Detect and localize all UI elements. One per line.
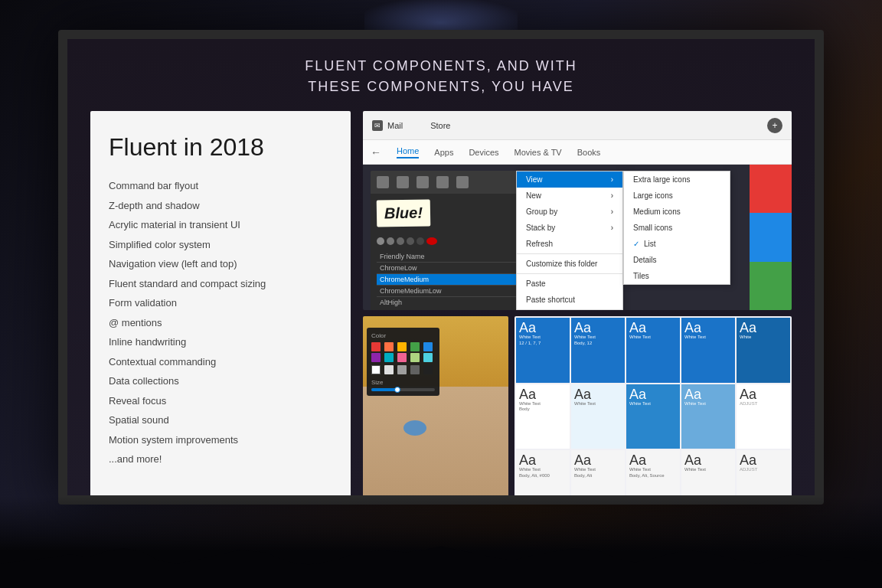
toolbar-icon-2[interactable] <box>397 176 409 188</box>
picker-red[interactable] <box>371 342 381 351</box>
size-slider-fill <box>371 388 397 391</box>
size-slider-thumb[interactable] <box>394 387 400 393</box>
feature-spatial-sound: Spatial sound <box>109 413 332 428</box>
right-panel: ✉ Mail Store + ← <box>363 111 792 495</box>
picker-orange[interactable] <box>384 342 394 351</box>
ctx-divider1 <box>517 253 622 254</box>
screenshots-top: ✉ Mail Store + ← <box>363 111 792 310</box>
feature-data-collections: Data collections <box>109 374 332 389</box>
color-picker-label: Color <box>371 332 435 339</box>
size-slider[interactable] <box>371 388 435 391</box>
ctx-groupby-item[interactable]: Group by› <box>517 204 622 220</box>
bg-color-strips <box>750 165 792 310</box>
toolbar-icon-3[interactable] <box>416 176 429 188</box>
ctx-sub-details[interactable]: Details <box>624 252 730 268</box>
ctx-customize-item[interactable]: Customize this folder <box>517 256 622 272</box>
slide-header: FLUENT COMPONENTS, AND WITH THESE COMPON… <box>67 39 815 97</box>
picker-teal[interactable] <box>423 353 433 362</box>
face-area <box>363 387 508 495</box>
context-menu-area: View › New› Group by› <box>516 171 746 310</box>
typo-card-13: Aa White TextBody, Alt, Source <box>626 450 680 495</box>
phone-screenshot: Color <box>363 316 508 495</box>
picker-amber[interactable] <box>397 342 407 351</box>
feature-acrylic: Acrylic material in transient UI <box>109 217 332 233</box>
ctx-sub-list[interactable]: ✓ List <box>624 236 730 252</box>
ctx-sub-extra-large[interactable]: Extra large icons <box>624 172 730 188</box>
feature-nav-view: Navigation view (left and top) <box>109 256 332 272</box>
ctx-refresh-item[interactable]: Refresh <box>517 236 622 252</box>
typo-card-14: Aa White Text <box>681 450 735 495</box>
feature-inline-handwriting: Inline handwriting <box>109 335 332 350</box>
left-panel: Fluent in 2018 Command bar flyout Z-dept… <box>90 111 351 495</box>
picker-black[interactable] <box>423 365 433 374</box>
back-button[interactable]: ← <box>371 146 381 158</box>
audience-silhouette <box>0 527 882 588</box>
mail-tab: Mail <box>387 121 403 130</box>
typo-card-11: Aa White TextBody, Alt, #000 <box>516 450 570 495</box>
ctx-sub-tiles[interactable]: Tiles <box>624 268 730 284</box>
ctx-sub-medium[interactable]: Medium icons <box>624 204 730 220</box>
ctx-stackby-item[interactable]: Stack by› <box>517 220 622 236</box>
typo-card-15: Aa ADJUST <box>737 450 790 495</box>
picker-white[interactable] <box>371 365 381 374</box>
toolbar-icon-5[interactable] <box>456 176 469 188</box>
dot-gray1 <box>377 237 384 245</box>
toolbar-icon-1[interactable] <box>377 176 389 188</box>
ctx-paste-item[interactable]: Paste <box>517 276 622 292</box>
picker-lime[interactable] <box>410 353 420 362</box>
typo-card-6: Aa White TextBody <box>516 384 570 449</box>
ctx-paste-shortcut-item[interactable]: Paste shortcut <box>517 292 622 308</box>
picker-pink[interactable] <box>397 353 407 362</box>
picker-cyan[interactable] <box>384 353 394 362</box>
header-line1: FLUENT COMPONENTS, AND WITH <box>67 56 815 77</box>
typo-card-8: Aa White Text <box>626 384 680 449</box>
feature-mentions: @ mentions <box>109 315 332 331</box>
add-tab-button[interactable]: + <box>767 118 782 133</box>
ctx-sub-large[interactable]: Large icons <box>624 188 730 204</box>
size-label: Size <box>371 379 435 386</box>
screen-wrapper: FLUENT COMPONENTS, AND WITH THESE COMPON… <box>46 38 836 496</box>
feature-contextual-commanding: Contextual commanding <box>109 354 332 370</box>
strip-red <box>750 165 792 213</box>
ctx-divider2 <box>517 273 622 274</box>
dot-gray2 <box>387 237 394 245</box>
typo-card-12: Aa White TextBody, Alt <box>571 450 625 495</box>
ctx-new-item[interactable]: New› <box>517 188 622 204</box>
toolbar-icon-4[interactable] <box>436 176 449 188</box>
typo-card-9: Aa White Text <box>681 384 735 449</box>
picker-dark-gray[interactable] <box>410 365 420 374</box>
typography-grid: Aa White Text12 / 1, 7, 7 Aa White TextB… <box>514 316 792 495</box>
feature-and-more: ...and more! <box>109 452 332 467</box>
mail-icon: ✉ <box>372 120 383 131</box>
nav-home[interactable]: Home <box>397 146 419 158</box>
context-submenu: Extra large icons Large icons Medium ico… <box>623 171 730 285</box>
strip-green <box>750 262 792 310</box>
ctx-sub-small[interactable]: Small icons <box>624 220 730 236</box>
picker-purple[interactable] <box>371 353 381 362</box>
nav-devices[interactable]: Devices <box>469 148 498 157</box>
feature-list: Command bar flyout Z-depth and shadow Ac… <box>109 178 332 467</box>
picker-green[interactable] <box>410 342 420 351</box>
ctx-view-item[interactable]: View › <box>517 172 622 188</box>
typo-card-4: Aa White Text <box>681 318 735 383</box>
picker-gray[interactable] <box>397 365 407 374</box>
strip-blue <box>750 213 792 261</box>
slide-area: Fluent in 2018 Command bar flyout Z-dept… <box>90 111 792 495</box>
picker-blue[interactable] <box>423 342 433 351</box>
feature-command-bar: Command bar flyout <box>109 178 332 194</box>
nav-books[interactable]: Books <box>577 148 601 157</box>
dot-gray3 <box>397 237 404 245</box>
handwriting-note: Blue! <box>377 199 431 227</box>
picker-light-gray[interactable] <box>384 365 394 374</box>
nav-apps[interactable]: Apps <box>434 148 453 157</box>
screenshots-bottom: Color <box>363 316 792 495</box>
feature-reveal-focus: Reveal focus <box>109 394 332 409</box>
feature-zdepth: Z-depth and shadow <box>109 198 332 214</box>
projector-screen: FLUENT COMPONENTS, AND WITH THESE COMPON… <box>58 30 824 505</box>
audience-area <box>0 496 882 588</box>
typo-card-5: Aa White <box>737 318 790 383</box>
color-picker-overlay: Color <box>367 328 439 396</box>
nav-movies[interactable]: Movies & TV <box>514 148 562 157</box>
typo-card-3: Aa White Text <box>626 318 680 383</box>
typo-card-10: Aa ADJUST <box>737 384 790 449</box>
